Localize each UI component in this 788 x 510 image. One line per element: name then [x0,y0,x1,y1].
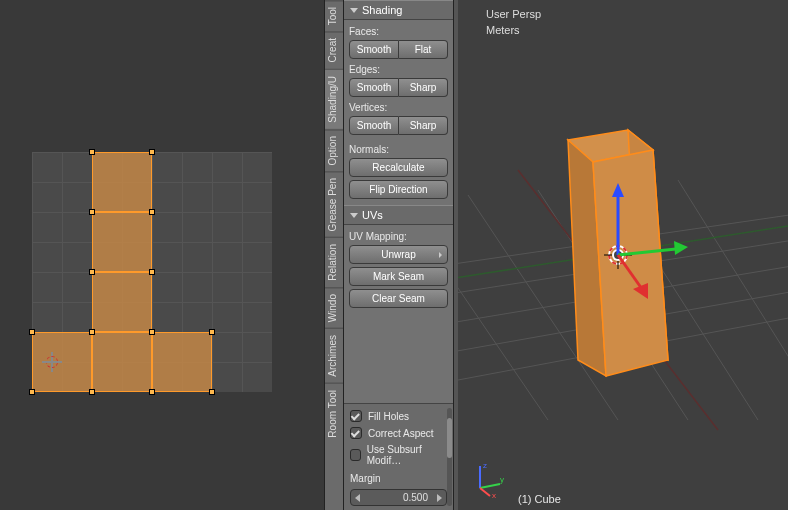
checkbox-label: Use Subsurf Modif… [367,444,447,466]
tab-create[interactable]: Creat [325,31,343,68]
fill-holes-checkbox[interactable]: Fill Holes [350,410,447,422]
panel-body-shading: Faces: Smooth Flat Edges: Smooth Sharp V… [344,20,453,205]
label-normals: Normals: [349,144,448,155]
uv-face[interactable] [32,332,92,392]
svg-line-28 [480,484,500,488]
uv-vertex[interactable] [209,329,215,335]
tab-option[interactable]: Option [325,129,343,171]
uv-vertex[interactable] [149,329,155,335]
panel-title: Shading [362,4,402,16]
use-subsurf-checkbox[interactable]: Use Subsurf Modif… [350,444,447,466]
viewport-canvas [458,0,788,510]
uv-face[interactable] [92,212,152,272]
svg-line-30 [480,488,490,496]
viewport-3d[interactable]: User Persp Meters [458,0,788,510]
label-margin: Margin [350,473,447,484]
label-faces: Faces: [349,26,448,37]
panel-body-uvs: UV Mapping: Unwrap Mark Seam Clear Seam [344,225,453,314]
panel-header-shading[interactable]: Shading [344,0,453,20]
edges-smooth-button[interactable]: Smooth [349,78,399,97]
uv-vertex[interactable] [89,329,95,335]
uv-grid[interactable] [32,152,272,392]
svg-line-5 [458,200,548,420]
uv-face[interactable] [92,152,152,212]
checkbox-icon [350,449,361,461]
uv-vertex[interactable] [149,149,155,155]
vertices-sharp-button[interactable]: Sharp [399,116,448,135]
flip-direction-button[interactable]: Flip Direction [349,180,448,199]
uv-vertex[interactable] [89,149,95,155]
axis-mini-gizmo-icon: z y x [470,458,510,498]
panel-scrollbar[interactable] [447,408,452,506]
faces-flat-button[interactable]: Flat [399,40,448,59]
svg-text:x: x [492,491,496,498]
panel-title: UVs [362,209,383,221]
disclosure-triangle-icon [350,8,358,13]
faces-smooth-button[interactable]: Smooth [349,40,399,59]
tab-shading-uvs[interactable]: Shading/U [325,69,343,129]
panel-header-uvs[interactable]: UVs [344,205,453,225]
tab-room-tool[interactable]: Room Tool [325,383,343,444]
disclosure-triangle-icon [350,213,358,218]
checkbox-label: Correct Aspect [368,428,434,439]
tool-tab-strip: Tool Creat Shading/U Option Grease Pen R… [324,0,344,510]
tab-relation[interactable]: Relation [325,237,343,287]
tab-archimesh[interactable]: Archimes [325,328,343,383]
margin-value: 0.500 [403,492,428,503]
uv-vertex[interactable] [29,389,35,395]
uv-vertex[interactable] [29,329,35,335]
margin-number-field[interactable]: 0.500 [350,489,447,506]
tool-shelf: Shading Faces: Smooth Flat Edges: Smooth… [344,0,454,510]
svg-text:z: z [483,461,487,470]
label-edges: Edges: [349,64,448,75]
uv-face[interactable] [152,332,212,392]
uv-vertex[interactable] [149,269,155,275]
checkbox-icon [350,427,362,439]
uv-vertex[interactable] [89,269,95,275]
label-vertices: Vertices: [349,102,448,113]
edges-sharp-button[interactable]: Sharp [399,78,448,97]
tab-grease-pencil[interactable]: Grease Pen [325,171,343,237]
mark-seam-button[interactable]: Mark Seam [349,267,448,286]
svg-marker-13 [593,150,668,376]
tab-tool[interactable]: Tool [325,0,343,31]
svg-line-9 [678,180,788,420]
tab-window[interactable]: Windo [325,287,343,328]
checkbox-icon [350,410,362,422]
active-object-label: (1) Cube [518,493,561,505]
recalculate-normals-button[interactable]: Recalculate [349,158,448,177]
uv-face[interactable] [92,272,152,332]
unwrap-dropdown[interactable]: Unwrap [349,245,448,264]
clear-seam-button[interactable]: Clear Seam [349,289,448,308]
operator-options-panel: Fill Holes Correct Aspect Use Subsurf Mo… [344,403,453,510]
uv-vertex[interactable] [89,389,95,395]
svg-text:y: y [500,475,504,484]
uv-face[interactable] [92,332,152,392]
checkbox-label: Fill Holes [368,411,409,422]
uv-image-editor[interactable] [0,0,324,510]
uv-vertex[interactable] [149,209,155,215]
uv-vertex[interactable] [149,389,155,395]
uv-vertex[interactable] [209,389,215,395]
correct-aspect-checkbox[interactable]: Correct Aspect [350,427,447,439]
label-uv-mapping: UV Mapping: [349,231,448,242]
vertices-smooth-button[interactable]: Smooth [349,116,399,135]
uv-vertex[interactable] [89,209,95,215]
